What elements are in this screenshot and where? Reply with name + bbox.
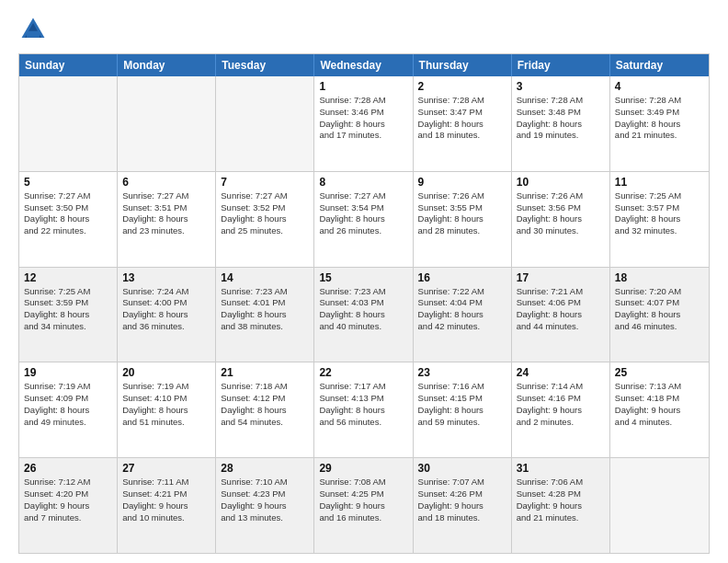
calendar-cell-10: 10Sunrise: 7:26 AM Sunset: 3:56 PM Dayli… — [512, 172, 610, 267]
day-info: Sunrise: 7:11 AM Sunset: 4:21 PM Dayligh… — [122, 477, 210, 523]
calendar-body: 1Sunrise: 7:28 AM Sunset: 3:46 PM Daylig… — [19, 76, 709, 553]
day-number: 10 — [517, 176, 605, 189]
day-number: 19 — [24, 366, 112, 379]
day-info: Sunrise: 7:06 AM Sunset: 4:28 PM Dayligh… — [517, 477, 605, 523]
day-info: Sunrise: 7:17 AM Sunset: 4:13 PM Dayligh… — [319, 381, 407, 428]
day-number: 14 — [221, 271, 309, 284]
day-info: Sunrise: 7:10 AM Sunset: 4:23 PM Dayligh… — [221, 477, 309, 523]
calendar-cell-23: 23Sunrise: 7:16 AM Sunset: 4:15 PM Dayli… — [414, 362, 512, 457]
calendar-week-2: 5Sunrise: 7:27 AM Sunset: 3:50 PM Daylig… — [19, 171, 709, 267]
calendar-cell-empty — [610, 458, 709, 553]
day-number: 26 — [24, 462, 112, 475]
day-number: 24 — [517, 366, 605, 379]
calendar-cell-22: 22Sunrise: 7:17 AM Sunset: 4:13 PM Dayli… — [314, 362, 413, 457]
day-info: Sunrise: 7:08 AM Sunset: 4:25 PM Dayligh… — [319, 477, 407, 523]
day-number: 31 — [517, 462, 605, 475]
header-day-sunday: Sunday — [19, 54, 118, 76]
day-info: Sunrise: 7:28 AM Sunset: 3:47 PM Dayligh… — [418, 95, 506, 142]
day-number: 2 — [418, 80, 506, 93]
header-day-tuesday: Tuesday — [216, 54, 314, 76]
day-info: Sunrise: 7:27 AM Sunset: 3:52 PM Dayligh… — [221, 190, 309, 237]
calendar-cell-empty — [216, 76, 314, 171]
day-number: 17 — [517, 271, 605, 284]
day-info: Sunrise: 7:16 AM Sunset: 4:15 PM Dayligh… — [418, 381, 506, 428]
day-number: 27 — [122, 462, 210, 475]
header-day-thursday: Thursday — [414, 54, 512, 76]
calendar-week-5: 26Sunrise: 7:12 AM Sunset: 4:20 PM Dayli… — [19, 457, 709, 553]
calendar-cell-18: 18Sunrise: 7:20 AM Sunset: 4:07 PM Dayli… — [610, 268, 709, 362]
day-number: 22 — [319, 366, 407, 379]
calendar-cell-7: 7Sunrise: 7:27 AM Sunset: 3:52 PM Daylig… — [216, 172, 314, 267]
day-number: 9 — [418, 176, 506, 189]
page: SundayMondayTuesdayWednesdayThursdayFrid… — [0, 0, 728, 563]
calendar-cell-11: 11Sunrise: 7:25 AM Sunset: 3:57 PM Dayli… — [610, 172, 709, 267]
svg-rect-2 — [27, 31, 40, 38]
calendar-week-3: 12Sunrise: 7:25 AM Sunset: 3:59 PM Dayli… — [19, 267, 709, 362]
day-number: 29 — [319, 462, 407, 475]
day-number: 6 — [122, 176, 210, 189]
day-info: Sunrise: 7:28 AM Sunset: 3:48 PM Dayligh… — [517, 95, 605, 142]
day-number: 23 — [418, 366, 506, 379]
day-info: Sunrise: 7:28 AM Sunset: 3:46 PM Dayligh… — [319, 95, 407, 142]
calendar-cell-13: 13Sunrise: 7:24 AM Sunset: 4:00 PM Dayli… — [118, 268, 216, 362]
day-info: Sunrise: 7:07 AM Sunset: 4:26 PM Dayligh… — [418, 477, 506, 523]
calendar-header: SundayMondayTuesdayWednesdayThursdayFrid… — [19, 54, 709, 76]
calendar-cell-21: 21Sunrise: 7:18 AM Sunset: 4:12 PM Dayli… — [216, 362, 314, 457]
calendar-cell-empty — [19, 76, 118, 171]
day-info: Sunrise: 7:28 AM Sunset: 3:49 PM Dayligh… — [615, 95, 704, 142]
day-number: 3 — [517, 80, 605, 93]
day-info: Sunrise: 7:27 AM Sunset: 3:54 PM Dayligh… — [319, 190, 407, 237]
day-number: 5 — [24, 176, 112, 189]
day-number: 25 — [615, 366, 704, 379]
calendar-cell-26: 26Sunrise: 7:12 AM Sunset: 4:20 PM Dayli… — [19, 458, 118, 553]
header-day-saturday: Saturday — [610, 54, 709, 76]
day-number: 7 — [221, 176, 309, 189]
day-info: Sunrise: 7:25 AM Sunset: 3:57 PM Dayligh… — [615, 190, 704, 237]
day-number: 15 — [319, 271, 407, 284]
calendar-cell-14: 14Sunrise: 7:23 AM Sunset: 4:01 PM Dayli… — [216, 268, 314, 362]
header — [18, 15, 710, 44]
calendar-cell-27: 27Sunrise: 7:11 AM Sunset: 4:21 PM Dayli… — [118, 458, 216, 553]
day-number: 8 — [319, 176, 407, 189]
calendar-cell-31: 31Sunrise: 7:06 AM Sunset: 4:28 PM Dayli… — [512, 458, 610, 553]
day-number: 30 — [418, 462, 506, 475]
day-info: Sunrise: 7:21 AM Sunset: 4:06 PM Dayligh… — [517, 286, 605, 333]
day-info: Sunrise: 7:23 AM Sunset: 4:01 PM Dayligh… — [221, 286, 309, 333]
calendar-cell-6: 6Sunrise: 7:27 AM Sunset: 3:51 PM Daylig… — [118, 172, 216, 267]
day-number: 28 — [221, 462, 309, 475]
calendar-cell-15: 15Sunrise: 7:23 AM Sunset: 4:03 PM Dayli… — [314, 268, 413, 362]
day-info: Sunrise: 7:19 AM Sunset: 4:09 PM Dayligh… — [24, 381, 112, 428]
day-number: 18 — [615, 271, 704, 284]
day-number: 16 — [418, 271, 506, 284]
header-day-friday: Friday — [512, 54, 610, 76]
day-number: 13 — [122, 271, 210, 284]
day-number: 4 — [615, 80, 704, 93]
day-info: Sunrise: 7:19 AM Sunset: 4:10 PM Dayligh… — [122, 381, 210, 428]
calendar-cell-16: 16Sunrise: 7:22 AM Sunset: 4:04 PM Dayli… — [414, 268, 512, 362]
calendar-cell-2: 2Sunrise: 7:28 AM Sunset: 3:47 PM Daylig… — [414, 76, 512, 171]
day-info: Sunrise: 7:25 AM Sunset: 3:59 PM Dayligh… — [24, 286, 112, 333]
calendar-cell-9: 9Sunrise: 7:26 AM Sunset: 3:55 PM Daylig… — [414, 172, 512, 267]
calendar-cell-3: 3Sunrise: 7:28 AM Sunset: 3:48 PM Daylig… — [512, 76, 610, 171]
calendar-cell-30: 30Sunrise: 7:07 AM Sunset: 4:26 PM Dayli… — [414, 458, 512, 553]
logo — [18, 15, 51, 44]
logo-icon — [18, 15, 48, 44]
day-info: Sunrise: 7:22 AM Sunset: 4:04 PM Dayligh… — [418, 286, 506, 333]
day-info: Sunrise: 7:14 AM Sunset: 4:16 PM Dayligh… — [517, 381, 605, 428]
calendar: SundayMondayTuesdayWednesdayThursdayFrid… — [18, 53, 710, 554]
header-day-monday: Monday — [118, 54, 216, 76]
day-info: Sunrise: 7:18 AM Sunset: 4:12 PM Dayligh… — [221, 381, 309, 428]
day-info: Sunrise: 7:13 AM Sunset: 4:18 PM Dayligh… — [615, 381, 704, 428]
calendar-cell-5: 5Sunrise: 7:27 AM Sunset: 3:50 PM Daylig… — [19, 172, 118, 267]
calendar-cell-4: 4Sunrise: 7:28 AM Sunset: 3:49 PM Daylig… — [610, 76, 709, 171]
calendar-cell-29: 29Sunrise: 7:08 AM Sunset: 4:25 PM Dayli… — [314, 458, 413, 553]
day-info: Sunrise: 7:12 AM Sunset: 4:20 PM Dayligh… — [24, 477, 112, 523]
calendar-week-1: 1Sunrise: 7:28 AM Sunset: 3:46 PM Daylig… — [19, 76, 709, 171]
calendar-cell-12: 12Sunrise: 7:25 AM Sunset: 3:59 PM Dayli… — [19, 268, 118, 362]
day-info: Sunrise: 7:23 AM Sunset: 4:03 PM Dayligh… — [319, 286, 407, 333]
day-number: 1 — [319, 80, 407, 93]
calendar-cell-1: 1Sunrise: 7:28 AM Sunset: 3:46 PM Daylig… — [314, 76, 413, 171]
day-number: 11 — [615, 176, 704, 189]
day-info: Sunrise: 7:27 AM Sunset: 3:51 PM Dayligh… — [122, 190, 210, 237]
day-number: 20 — [122, 366, 210, 379]
